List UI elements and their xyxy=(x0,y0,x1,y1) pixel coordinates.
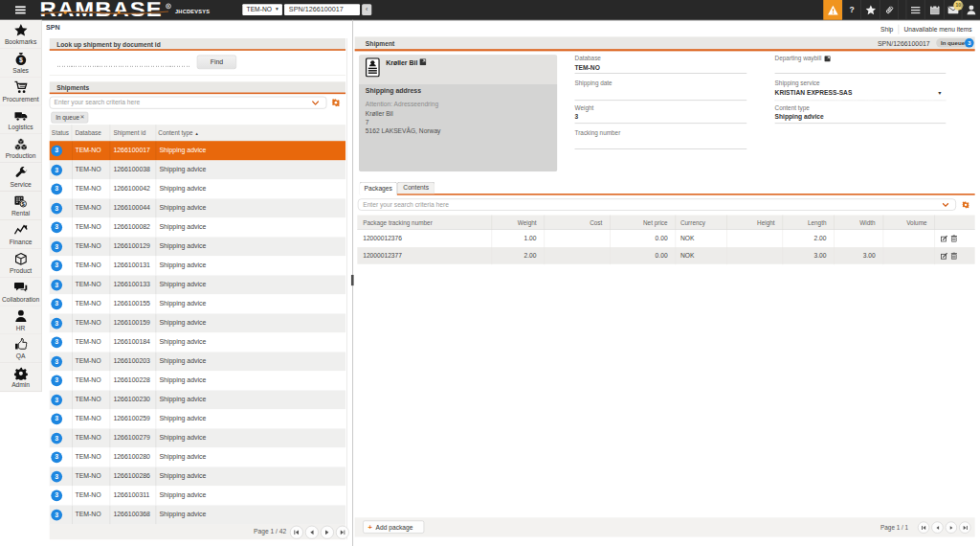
svg-text:$: $ xyxy=(19,57,23,64)
svg-text:RAMBASE: RAMBASE xyxy=(40,2,163,19)
svg-text:R: R xyxy=(167,4,170,9)
